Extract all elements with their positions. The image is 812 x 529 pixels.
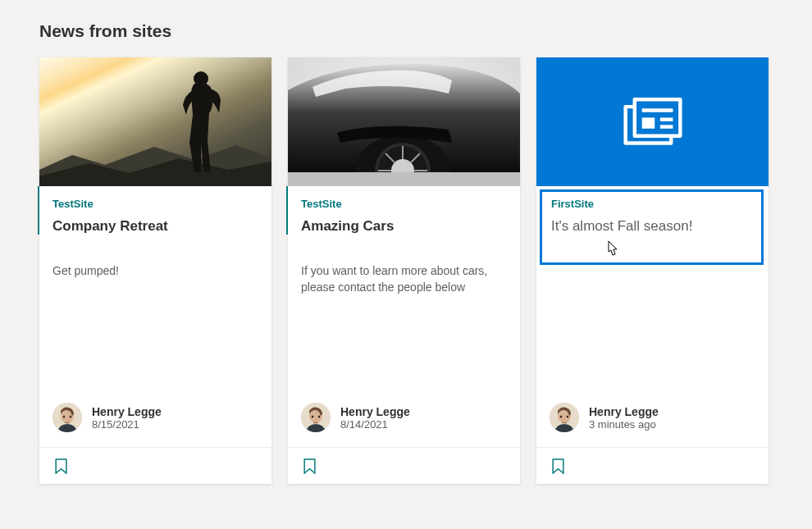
site-link[interactable]: FirstSite — [551, 198, 757, 210]
svg-point-21 — [312, 415, 314, 417]
news-card[interactable]: FirstSite It's almost Fall season! Henry… — [536, 57, 769, 484]
site-link[interactable]: TestSite — [301, 198, 509, 210]
card-thumbnail-hiker — [39, 57, 271, 186]
svg-point-4 — [70, 415, 72, 417]
card-thumbnail-car — [288, 57, 520, 186]
svg-point-3 — [63, 415, 66, 417]
bookmark-icon — [55, 458, 67, 474]
card-author[interactable]: Henry Legge 3 minutes ago — [536, 388, 769, 447]
news-section: News from sites — [0, 0, 812, 505]
card-row: TestSite Company Retreat Get pumped! Hen… — [39, 57, 773, 484]
author-name: Henry Legge — [340, 405, 410, 418]
author-name: Henry Legge — [92, 405, 162, 418]
svg-point-30 — [560, 415, 563, 417]
svg-point-22 — [318, 415, 321, 417]
card-footer — [536, 447, 769, 484]
card-footer — [288, 447, 520, 484]
bookmark-button[interactable] — [546, 454, 569, 477]
bookmark-button[interactable] — [298, 454, 321, 477]
news-card[interactable]: TestSite Amazing Cars If you want to lea… — [288, 57, 520, 484]
card-description: If you want to learn more about cars, pl… — [301, 262, 507, 296]
author-date: 8/15/2021 — [92, 418, 162, 431]
svg-rect-18 — [288, 172, 520, 186]
card-title-link[interactable]: It's almost Fall season! — [551, 218, 757, 235]
section-title: News from sites — [39, 21, 773, 41]
card-description: Get pumped! — [52, 262, 258, 279]
card-thumbnail-placeholder — [536, 57, 769, 186]
card-header: TestSite Company Retreat — [38, 186, 271, 235]
avatar — [550, 403, 579, 432]
author-date: 8/14/2021 — [340, 418, 410, 431]
svg-rect-25 — [641, 117, 655, 128]
avatar — [301, 403, 331, 432]
svg-point-31 — [567, 415, 569, 417]
site-link[interactable]: TestSite — [52, 198, 260, 210]
bookmark-icon — [303, 458, 316, 474]
svg-rect-23 — [634, 99, 680, 135]
bookmark-button[interactable] — [49, 454, 72, 477]
author-date: 3 minutes ago — [589, 418, 659, 431]
card-header: FirstSite It's almost Fall season! — [536, 186, 769, 235]
avatar — [52, 403, 82, 432]
news-icon — [623, 98, 682, 147]
card-footer — [39, 447, 271, 484]
bookmark-icon — [552, 458, 564, 474]
card-title-link[interactable]: Company Retreat — [52, 218, 260, 235]
author-name: Henry Legge — [589, 405, 659, 418]
card-title-link[interactable]: Amazing Cars — [301, 218, 509, 235]
card-author[interactable]: Henry Legge 8/14/2021 — [288, 388, 520, 447]
news-card[interactable]: TestSite Company Retreat Get pumped! Hen… — [39, 57, 271, 484]
card-author[interactable]: Henry Legge 8/15/2021 — [39, 388, 271, 447]
card-header: TestSite Amazing Cars — [286, 186, 520, 235]
